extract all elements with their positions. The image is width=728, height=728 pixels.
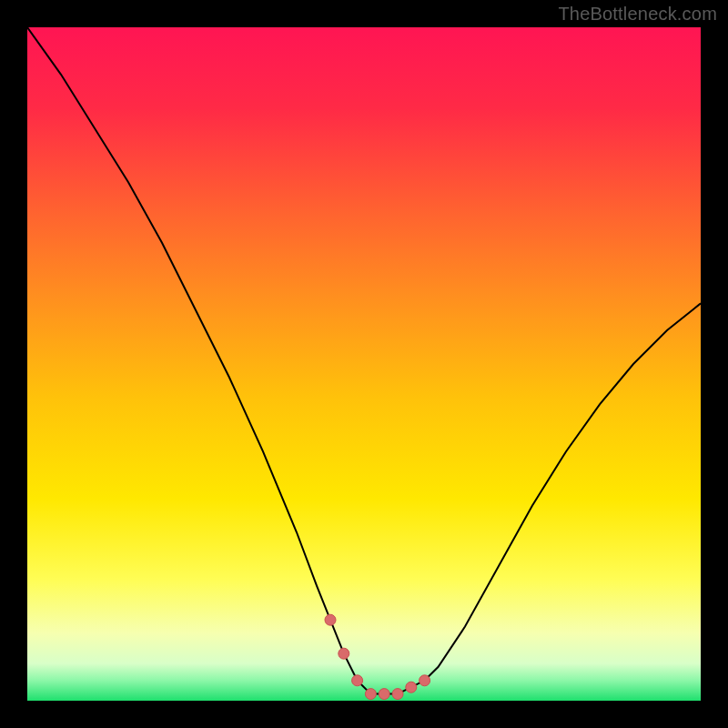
- plot-area: [27, 27, 701, 701]
- min-marker: [365, 689, 376, 700]
- min-marker: [406, 682, 417, 693]
- min-marker: [339, 648, 349, 659]
- min-marker: [392, 689, 403, 700]
- gradient-background: [27, 27, 701, 701]
- min-marker: [352, 675, 363, 686]
- chart-svg: [27, 27, 701, 701]
- min-marker: [379, 689, 389, 700]
- min-marker: [420, 675, 430, 686]
- chart-frame: TheBottleneck.com: [0, 0, 728, 728]
- min-marker: [325, 614, 336, 625]
- watermark-label: TheBottleneck.com: [558, 4, 717, 25]
